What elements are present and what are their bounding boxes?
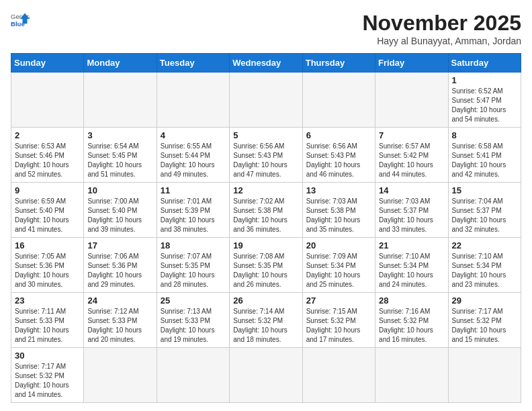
calendar-cell: 6Sunrise: 6:56 AM Sunset: 5:43 PM Daylig… [302,128,375,183]
calendar-week-row: 23Sunrise: 7:11 AM Sunset: 5:33 PM Dayli… [11,293,521,348]
day-info: Sunrise: 7:10 AM Sunset: 5:34 PM Dayligh… [452,252,517,289]
day-info: Sunrise: 7:00 AM Sunset: 5:40 PM Dayligh… [87,197,152,234]
calendar-cell: 26Sunrise: 7:14 AM Sunset: 5:32 PM Dayli… [230,293,302,348]
calendar-cell: 17Sunrise: 7:06 AM Sunset: 5:36 PM Dayli… [84,238,157,293]
calendar-cell: 9Sunrise: 6:59 AM Sunset: 5:40 PM Daylig… [11,183,84,238]
day-info: Sunrise: 6:59 AM Sunset: 5:40 PM Dayligh… [15,197,80,234]
calendar-cell: 13Sunrise: 7:03 AM Sunset: 5:38 PM Dayli… [302,183,375,238]
calendar-cell: 10Sunrise: 7:00 AM Sunset: 5:40 PM Dayli… [84,183,157,238]
calendar-cell: 25Sunrise: 7:13 AM Sunset: 5:33 PM Dayli… [157,293,229,348]
day-number: 4 [161,130,226,140]
day-info: Sunrise: 7:11 AM Sunset: 5:33 PM Dayligh… [15,307,80,345]
day-info: Sunrise: 7:07 AM Sunset: 5:35 PM Dayligh… [161,252,226,289]
calendar: SundayMondayTuesdayWednesdayThursdayFrid… [11,53,521,403]
day-number: 20 [306,240,371,250]
calendar-header-monday: Monday [84,54,157,73]
calendar-cell [84,73,157,128]
day-number: 6 [306,130,371,140]
day-info: Sunrise: 7:16 AM Sunset: 5:32 PM Dayligh… [379,307,444,345]
calendar-header-tuesday: Tuesday [157,54,229,73]
day-number: 11 [161,185,226,195]
calendar-cell [230,73,302,128]
calendar-week-row: 30Sunrise: 7:17 AM Sunset: 5:32 PM Dayli… [11,348,521,403]
calendar-cell: 28Sunrise: 7:16 AM Sunset: 5:32 PM Dayli… [375,293,448,348]
day-number: 28 [379,295,444,306]
day-number: 26 [233,295,298,306]
calendar-cell: 8Sunrise: 6:58 AM Sunset: 5:41 PM Daylig… [448,128,521,183]
day-info: Sunrise: 6:56 AM Sunset: 5:43 PM Dayligh… [233,142,298,179]
day-info: Sunrise: 7:05 AM Sunset: 5:36 PM Dayligh… [15,252,80,289]
calendar-header-thursday: Thursday [302,54,375,73]
day-number: 24 [87,295,152,306]
calendar-header-sunday: Sunday [11,54,84,73]
calendar-cell: 30Sunrise: 7:17 AM Sunset: 5:32 PM Dayli… [11,348,84,403]
calendar-cell [230,348,302,403]
day-info: Sunrise: 7:02 AM Sunset: 5:38 PM Dayligh… [233,197,298,234]
calendar-cell [84,348,157,403]
day-info: Sunrise: 7:17 AM Sunset: 5:32 PM Dayligh… [15,362,80,400]
day-number: 10 [87,185,152,195]
title-area: November 2025 Hayy al Bunayyat, Amman, J… [362,11,521,46]
calendar-cell: 23Sunrise: 7:11 AM Sunset: 5:33 PM Dayli… [11,293,84,348]
day-info: Sunrise: 6:52 AM Sunset: 5:47 PM Dayligh… [452,87,517,124]
location: Hayy al Bunayyat, Amman, Jordan [362,36,521,46]
day-number: 7 [379,130,444,140]
calendar-cell [375,348,448,403]
calendar-cell: 14Sunrise: 7:03 AM Sunset: 5:37 PM Dayli… [375,183,448,238]
calendar-week-row: 16Sunrise: 7:05 AM Sunset: 5:36 PM Dayli… [11,238,521,293]
day-number: 8 [452,130,517,140]
calendar-cell [157,348,229,403]
calendar-cell [11,73,84,128]
day-number: 29 [452,295,517,306]
calendar-header-wednesday: Wednesday [230,54,302,73]
logo: General Blue [11,11,30,30]
day-info: Sunrise: 6:53 AM Sunset: 5:46 PM Dayligh… [15,142,80,179]
calendar-cell: 15Sunrise: 7:04 AM Sunset: 5:37 PM Dayli… [448,183,521,238]
calendar-header-friday: Friday [375,54,448,73]
calendar-cell [375,73,448,128]
day-number: 16 [15,240,80,250]
day-info: Sunrise: 7:15 AM Sunset: 5:32 PM Dayligh… [306,307,371,345]
day-number: 21 [379,240,444,250]
generalblue-logo-icon: General Blue [11,11,30,30]
day-number: 30 [15,351,80,361]
calendar-cell [448,348,521,403]
day-number: 12 [233,185,298,195]
calendar-cell: 19Sunrise: 7:08 AM Sunset: 5:35 PM Dayli… [230,238,302,293]
calendar-cell: 27Sunrise: 7:15 AM Sunset: 5:32 PM Dayli… [302,293,375,348]
calendar-cell: 16Sunrise: 7:05 AM Sunset: 5:36 PM Dayli… [11,238,84,293]
month-title: November 2025 [362,11,521,36]
day-number: 14 [379,185,444,195]
calendar-cell: 20Sunrise: 7:09 AM Sunset: 5:34 PM Dayli… [302,238,375,293]
calendar-header-saturday: Saturday [448,54,521,73]
day-info: Sunrise: 7:04 AM Sunset: 5:37 PM Dayligh… [452,197,517,234]
day-number: 22 [452,240,517,250]
calendar-cell: 2Sunrise: 6:53 AM Sunset: 5:46 PM Daylig… [11,128,84,183]
day-number: 2 [15,130,80,140]
day-number: 27 [306,295,371,306]
day-info: Sunrise: 7:17 AM Sunset: 5:32 PM Dayligh… [452,307,517,345]
day-number: 15 [452,185,517,195]
calendar-cell: 12Sunrise: 7:02 AM Sunset: 5:38 PM Dayli… [230,183,302,238]
day-info: Sunrise: 7:10 AM Sunset: 5:34 PM Dayligh… [379,252,444,289]
calendar-cell: 3Sunrise: 6:54 AM Sunset: 5:45 PM Daylig… [84,128,157,183]
day-info: Sunrise: 7:09 AM Sunset: 5:34 PM Dayligh… [306,252,371,289]
calendar-cell: 7Sunrise: 6:57 AM Sunset: 5:42 PM Daylig… [375,128,448,183]
day-number: 25 [161,295,226,306]
calendar-cell: 11Sunrise: 7:01 AM Sunset: 5:39 PM Dayli… [157,183,229,238]
day-number: 23 [15,295,80,306]
day-number: 5 [233,130,298,140]
day-info: Sunrise: 7:12 AM Sunset: 5:33 PM Dayligh… [87,307,152,345]
calendar-cell: 21Sunrise: 7:10 AM Sunset: 5:34 PM Dayli… [375,238,448,293]
calendar-cell [302,73,375,128]
calendar-week-row: 9Sunrise: 6:59 AM Sunset: 5:40 PM Daylig… [11,183,521,238]
day-number: 18 [161,240,226,250]
day-info: Sunrise: 7:03 AM Sunset: 5:38 PM Dayligh… [306,197,371,234]
calendar-cell: 4Sunrise: 6:55 AM Sunset: 5:44 PM Daylig… [157,128,229,183]
calendar-cell: 18Sunrise: 7:07 AM Sunset: 5:35 PM Dayli… [157,238,229,293]
day-info: Sunrise: 7:13 AM Sunset: 5:33 PM Dayligh… [161,307,226,345]
day-info: Sunrise: 6:54 AM Sunset: 5:45 PM Dayligh… [87,142,152,179]
day-info: Sunrise: 6:58 AM Sunset: 5:41 PM Dayligh… [452,142,517,179]
day-number: 3 [87,130,152,140]
header: General Blue November 2025 Hayy al Bunay… [11,11,521,46]
